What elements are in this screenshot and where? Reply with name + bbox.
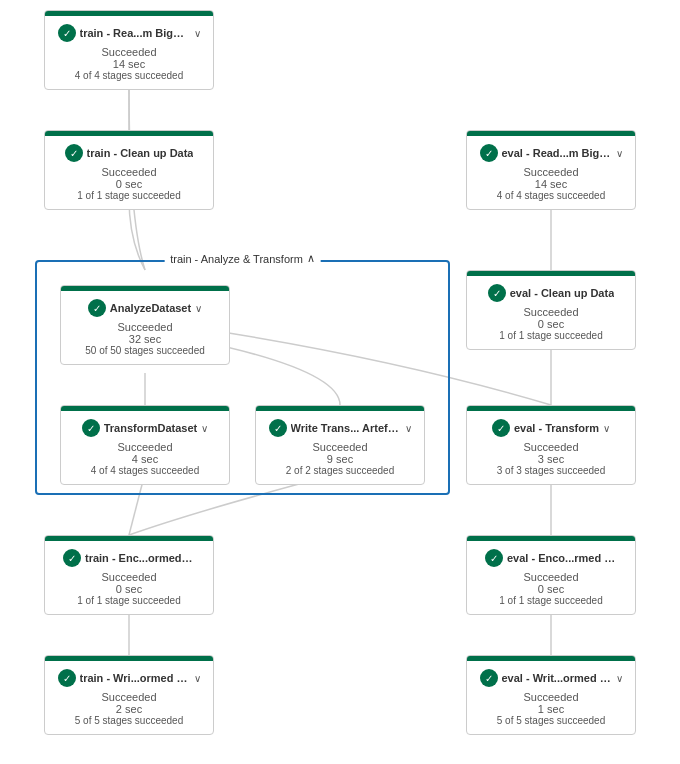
node-title: eval - Enco...rmed Data [507,552,617,564]
node-stages: 50 of 50 stages succeeded [67,345,223,356]
success-icon: ✓ [65,144,83,162]
node-eval-clean-up: ✓ eval - Clean up Data Succeeded 0 sec 1… [466,270,636,350]
node-title: eval - Read...m BigQuery [502,147,612,159]
node-status: Succeeded [473,441,629,453]
node-eval-read-bigquery: ✓ eval - Read...m BigQuery ∨ Succeeded 1… [466,130,636,210]
node-time: 2 sec [51,703,207,715]
node-title: train - Wri...ormed Data [80,672,190,684]
node-time: 0 sec [51,178,207,190]
node-title: train - Clean up Data [87,147,194,159]
node-status: Succeeded [51,46,207,58]
success-icon: ✓ [480,144,498,162]
node-title: eval - Transform [514,422,599,434]
node-train-wri-data: ✓ train - Wri...ormed Data ∨ Succeeded 2… [44,655,214,735]
node-train-clean-up: ✓ train - Clean up Data Succeeded 0 sec … [44,130,214,210]
node-time: 4 sec [67,453,223,465]
chevron-icon[interactable]: ∨ [405,423,412,434]
node-title: eval - Clean up Data [510,287,615,299]
success-icon: ✓ [485,549,503,567]
chevron-icon[interactable]: ∨ [201,423,208,434]
chevron-icon[interactable]: ∨ [194,28,201,39]
node-stages: 4 of 4 stages succeeded [67,465,223,476]
chevron-icon[interactable]: ∨ [194,673,201,684]
node-status: Succeeded [67,321,223,333]
node-title: train - Rea...m BigQuery [80,27,190,39]
node-eval-transform: ✓ eval - Transform ∨ Succeeded 3 sec 3 o… [466,405,636,485]
node-analyze-dataset: ✓ AnalyzeDataset ∨ Succeeded 32 sec 50 o… [60,285,230,365]
success-icon: ✓ [82,419,100,437]
node-status: Succeeded [473,571,629,583]
node-write-trans-artefacts: ✓ Write Trans... Artefacts ∨ Succeeded 9… [255,405,425,485]
node-status: Succeeded [51,571,207,583]
node-stages: 5 of 5 stages succeeded [473,715,629,726]
node-status: Succeeded [473,166,629,178]
node-title: TransformDataset [104,422,198,434]
node-title: AnalyzeDataset [110,302,191,314]
chevron-icon[interactable]: ∨ [616,673,623,684]
node-stages: 1 of 1 stage succeeded [51,190,207,201]
node-title: Write Trans... Artefacts [291,422,401,434]
node-status: Succeeded [51,166,207,178]
chevron-icon[interactable]: ∨ [616,148,623,159]
success-icon: ✓ [58,669,76,687]
node-time: 0 sec [51,583,207,595]
node-status: Succeeded [262,441,418,453]
node-transform-dataset: ✓ TransformDataset ∨ Succeeded 4 sec 4 o… [60,405,230,485]
node-time: 32 sec [67,333,223,345]
node-eval-writ-data: ✓ eval - Writ...ormed Data ∨ Succeeded 1… [466,655,636,735]
node-status: Succeeded [473,306,629,318]
chevron-icon[interactable]: ∨ [603,423,610,434]
success-icon: ✓ [480,669,498,687]
node-status: Succeeded [473,691,629,703]
node-status: Succeeded [51,691,207,703]
node-time: 0 sec [473,583,629,595]
node-stages: 1 of 1 stage succeeded [51,595,207,606]
success-icon: ✓ [63,549,81,567]
node-time: 14 sec [51,58,207,70]
node-time: 0 sec [473,318,629,330]
success-icon: ✓ [269,419,287,437]
node-time: 1 sec [473,703,629,715]
node-stages: 4 of 4 stages succeeded [51,70,207,81]
group-label: train - Analyze & Transform ∧ [164,252,321,265]
success-icon: ✓ [488,284,506,302]
node-stages: 2 of 2 stages succeeded [262,465,418,476]
node-time: 9 sec [262,453,418,465]
node-train-read-bigquery: ✓ train - Rea...m BigQuery ∨ Succeeded 1… [44,10,214,90]
success-icon: ✓ [492,419,510,437]
node-status: Succeeded [67,441,223,453]
node-stages: 4 of 4 stages succeeded [473,190,629,201]
node-time: 3 sec [473,453,629,465]
success-icon: ✓ [88,299,106,317]
node-stages: 3 of 3 stages succeeded [473,465,629,476]
node-time: 14 sec [473,178,629,190]
node-stages: 1 of 1 stage succeeded [473,595,629,606]
chevron-icon[interactable]: ∨ [195,303,202,314]
node-train-enc-data: ✓ train - Enc...ormed Data Succeeded 0 s… [44,535,214,615]
node-eval-enc-data: ✓ eval - Enco...rmed Data Succeeded 0 se… [466,535,636,615]
node-title: eval - Writ...ormed Data [502,672,612,684]
node-stages: 1 of 1 stage succeeded [473,330,629,341]
node-stages: 5 of 5 stages succeeded [51,715,207,726]
success-icon: ✓ [58,24,76,42]
node-title: train - Enc...ormed Data [85,552,195,564]
